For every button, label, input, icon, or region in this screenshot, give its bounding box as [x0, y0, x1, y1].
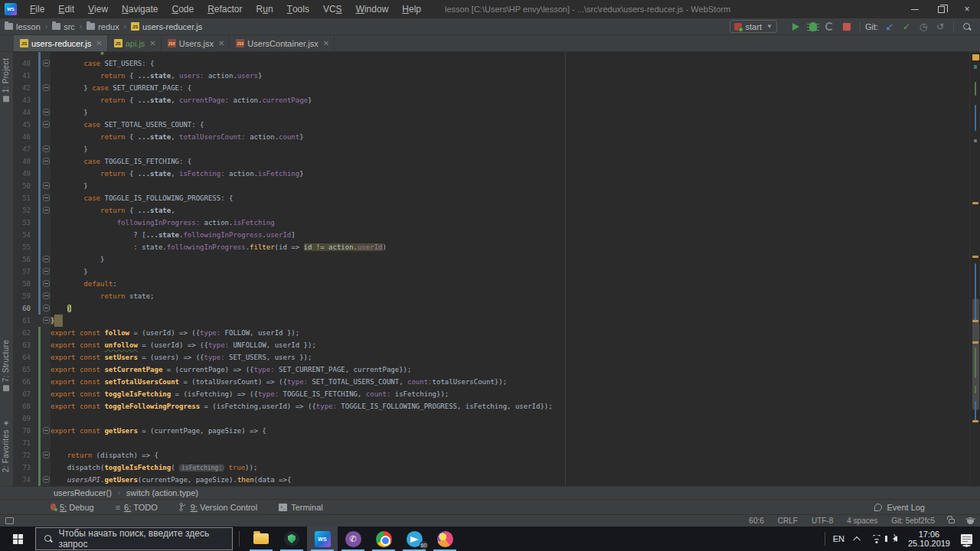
code-line[interactable]: 69: [14, 412, 980, 425]
line-number[interactable]: 64: [14, 351, 31, 364]
code-text[interactable]: return { ...state,: [51, 204, 980, 217]
gutter[interactable]: 66: [14, 376, 51, 388]
line-number[interactable]: 50: [14, 180, 31, 192]
code-text[interactable]: return { ...state, users: action.users}: [51, 70, 980, 82]
tool-window-button-structure[interactable]: 7: Structure: [2, 340, 10, 394]
tab-close-icon[interactable]: ✕: [218, 39, 224, 47]
line-number[interactable]: 72: [14, 449, 31, 461]
menu-item-navigate[interactable]: Navigate: [115, 0, 165, 18]
line-number[interactable]: 44: [14, 106, 31, 119]
readonly-lock-icon[interactable]: [949, 519, 955, 523]
action-center-button[interactable]: 1: [961, 534, 972, 544]
code-line[interactable]: 71: [14, 437, 980, 449]
line-number[interactable]: 49: [14, 168, 31, 180]
code-line[interactable]: 44 }: [14, 106, 980, 119]
code-text[interactable]: export const unfollow = (userId) => ({ty…: [51, 339, 980, 351]
fold-icon[interactable]: [43, 158, 50, 165]
close-button[interactable]: ×: [954, 0, 980, 18]
menu-item-window[interactable]: Window: [349, 0, 396, 18]
line-number[interactable]: 69: [14, 412, 31, 425]
error-stripe-mark[interactable]: [975, 386, 976, 393]
code-text[interactable]: export const setCurrentPage = (currentPa…: [51, 364, 980, 376]
fold-icon[interactable]: [43, 292, 50, 299]
line-number[interactable]: 47: [14, 143, 31, 155]
inspections-hector-icon[interactable]: [967, 517, 974, 524]
menu-item-edit[interactable]: Edit: [51, 0, 81, 18]
gutter[interactable]: 63: [14, 339, 51, 351]
code-editor[interactable]: }40 case SET_USERS: {41 return { ...stat…: [14, 52, 980, 486]
gutter[interactable]: 48: [14, 155, 51, 168]
tab-close-icon[interactable]: ✕: [323, 39, 329, 47]
tool-window-button-terminal[interactable]: ›_ Terminal: [279, 503, 323, 512]
menu-item-tools[interactable]: Tools: [280, 0, 316, 18]
gutter[interactable]: 69: [14, 412, 51, 425]
gutter[interactable]: 49: [14, 168, 51, 180]
tool-window-button-todo[interactable]: ≡ 6: TODO: [116, 503, 158, 512]
error-stripe-mark[interactable]: [975, 82, 976, 96]
error-stripe-mark[interactable]: [972, 420, 978, 422]
breadcrumb-lesson[interactable]: lesson: [5, 22, 41, 31]
line-ending-indicator[interactable]: CRLF: [778, 517, 798, 525]
gutter[interactable]: 41: [14, 70, 51, 82]
error-stripe-mark[interactable]: [974, 65, 977, 69]
line-number[interactable]: 52: [14, 204, 31, 217]
code-text[interactable]: }: [51, 52, 980, 57]
line-number[interactable]: 73: [14, 461, 31, 474]
error-stripe-mark[interactable]: [972, 202, 978, 204]
line-number[interactable]: 41: [14, 70, 31, 82]
code-line[interactable]: 62export const follow = (userId) => ({ty…: [14, 327, 980, 339]
line-number[interactable]: 74: [14, 474, 31, 486]
error-stripe-mark[interactable]: [975, 105, 976, 131]
gutter[interactable]: 53: [14, 217, 51, 229]
error-stripe-mark[interactable]: [975, 347, 976, 378]
code-line[interactable]: 70export const getUsers = (currentPage, …: [14, 425, 980, 437]
code-text[interactable]: default:: [51, 278, 980, 290]
fold-icon[interactable]: [43, 182, 50, 189]
gutter[interactable]: 42: [14, 82, 51, 94]
code-line[interactable]: 66export const setTotalUsersCount = (tot…: [14, 376, 980, 388]
gutter[interactable]: 43: [14, 94, 51, 106]
line-number[interactable]: 57: [14, 266, 31, 278]
code-text[interactable]: export const getUsers = (currentPage, pa…: [51, 425, 980, 437]
code-line[interactable]: 41 return { ...state, users: action.user…: [14, 70, 980, 82]
code-line[interactable]: 48 case TOGGLE_IS_FETCHING: {: [14, 155, 980, 168]
line-number[interactable]: 56: [14, 253, 31, 266]
menu-item-code[interactable]: Code: [165, 0, 201, 18]
breadcrumb-switch[interactable]: switch (action.type): [126, 488, 198, 497]
error-stripe-mark[interactable]: [975, 401, 976, 422]
gutter[interactable]: 68: [14, 400, 51, 412]
fold-icon[interactable]: [43, 256, 50, 262]
line-number[interactable]: 55: [14, 241, 31, 253]
fold-icon[interactable]: [43, 452, 50, 458]
gutter[interactable]: 52: [14, 204, 51, 217]
code-text[interactable]: export const setUsers = (users) => ({typ…: [51, 351, 980, 364]
code-text[interactable]: [51, 437, 980, 449]
taskbar-app-webstorm[interactable]: WS: [307, 527, 338, 551]
fold-icon[interactable]: [43, 145, 50, 152]
code-text[interactable]: export const follow = (userId) => ({type…: [51, 327, 980, 339]
code-line[interactable]: 74 usersAPI.getUsers(currentPage, pageSi…: [14, 474, 980, 486]
menu-item-view[interactable]: View: [81, 0, 115, 18]
taskbar-clock[interactable]: 17:06 25.10.2019: [908, 530, 950, 548]
line-number[interactable]: 61: [14, 315, 31, 327]
error-stripe-mark[interactable]: [972, 341, 978, 344]
tool-window-toggle-icon[interactable]: [5, 517, 14, 524]
fold-icon[interactable]: [43, 427, 50, 434]
code-text[interactable]: }: [51, 143, 980, 155]
code-line[interactable]: 60 }: [14, 302, 980, 315]
taskbar-app-explorer[interactable]: [246, 527, 276, 551]
line-number[interactable]: 42: [14, 82, 31, 94]
gutter[interactable]: 45: [14, 119, 51, 131]
code-line[interactable]: 46 return { ...state, totalUsersCount: a…: [14, 131, 980, 143]
taskbar-app-paint[interactable]: [430, 527, 460, 551]
code-line[interactable]: 53 followingInProgress: action.isFetchin…: [14, 217, 980, 229]
history-button[interactable]: ◷: [915, 18, 932, 35]
code-line[interactable]: 67export const toggleIsFetching = (isFet…: [14, 388, 980, 400]
taskbar-app-viber[interactable]: ✆: [338, 527, 368, 551]
line-number[interactable]: 60: [14, 302, 31, 315]
tab-users-container-jsx[interactable]: JSX UsersContainer.jsx ✕: [230, 35, 335, 51]
taskbar-app-chrome[interactable]: [368, 527, 399, 551]
code-text[interactable]: return { ...state, totalUsersCount: acti…: [51, 131, 980, 143]
code-line[interactable]: 59 return state;: [14, 290, 980, 302]
code-text[interactable]: ? [...state.followingInProgress.userId]: [51, 229, 980, 241]
